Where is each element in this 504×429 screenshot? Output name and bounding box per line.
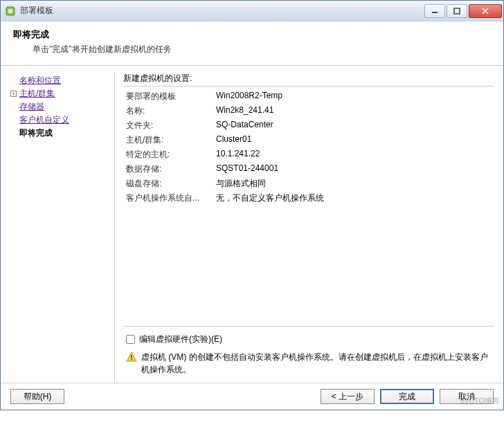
bottom-options: 编辑虚拟硬件(实验)(E) 虚拟机 (VM) 的创建不包括自动安装客户机操作系统… <box>123 326 494 383</box>
wizard-main-panel: 新建虚拟机的设置: 要部署的模板Win2008R2-Temp 名称:Win2k8… <box>114 73 494 383</box>
wizard-body: 名称和位置 + 主机/群集 存储器 客户机自定义 即将完成 新建虚拟机的设置: <box>1 66 503 383</box>
sidebar-item-storage[interactable]: 存储器 <box>10 100 107 113</box>
svg-rect-7 <box>131 355 132 358</box>
edit-hardware-checkbox[interactable] <box>126 335 135 344</box>
titlebar: 部署模板 <box>1 1 503 21</box>
setting-label: 数据存储: <box>123 162 213 176</box>
sidebar-item-guest-customization[interactable]: 客户机自定义 <box>10 113 107 127</box>
setting-value: Cluster01 <box>213 133 494 147</box>
maximize-button[interactable] <box>447 4 467 18</box>
setting-label: 要部署的模板 <box>123 89 213 104</box>
svg-rect-1 <box>8 9 12 13</box>
wizard-footer: 帮助(H) < 上一步 完成 取消 <box>1 383 503 410</box>
app-icon <box>5 6 16 17</box>
wizard-step-subtitle: 单击"完成"将开始创建新虚拟机的任务 <box>33 44 491 55</box>
svg-rect-8 <box>131 359 132 360</box>
settings-table: 要部署的模板Win2008R2-Temp 名称:Win2k8_241.41 文件… <box>123 89 494 206</box>
setting-value: Win2k8_241.41 <box>213 104 494 118</box>
table-row: 客户机操作系统自...无，不自定义客户机操作系统 <box>123 191 494 206</box>
table-row: 名称:Win2k8_241.41 <box>123 104 494 118</box>
sidebar-link[interactable]: 客户机自定义 <box>19 114 69 126</box>
window-controls <box>423 4 502 18</box>
setting-value: SQ-DataCenter <box>213 118 494 133</box>
table-row: 数据存储:SQST01-244001 <box>123 162 494 176</box>
finish-button[interactable]: 完成 <box>380 389 434 404</box>
table-row: 主机/群集:Cluster01 <box>123 133 494 147</box>
sidebar-link[interactable]: 主机/群集 <box>19 88 55 100</box>
setting-label: 主机/群集: <box>123 133 213 147</box>
warning-text: 虚拟机 (VM) 的创建不包括自动安装客户机操作系统。请在创建虚拟机后，在虚拟机… <box>141 351 491 376</box>
setting-label: 客户机操作系统自... <box>123 191 213 206</box>
cancel-button[interactable]: 取消 <box>440 389 494 404</box>
sidebar-link[interactable]: 名称和位置 <box>19 75 61 86</box>
edit-hardware-label[interactable]: 编辑虚拟硬件(实验)(E) <box>139 334 222 345</box>
settings-heading: 新建虚拟机的设置: <box>123 73 494 86</box>
setting-label: 文件夹: <box>123 118 213 133</box>
setting-value: Win2008R2-Temp <box>213 89 494 104</box>
wizard-steps-sidebar: 名称和位置 + 主机/群集 存储器 客户机自定义 即将完成 <box>10 73 107 383</box>
table-row: 磁盘存储:与源格式相同 <box>123 176 494 191</box>
wizard-header: 即将完成 单击"完成"将开始创建新虚拟机的任务 <box>1 21 503 66</box>
back-button[interactable]: < 上一步 <box>321 389 375 404</box>
sidebar-item-ready-to-complete: 即将完成 <box>10 127 107 140</box>
sidebar-current-label: 即将完成 <box>19 127 53 139</box>
minimize-button[interactable] <box>424 4 445 18</box>
help-button[interactable]: 帮助(H) <box>10 389 64 404</box>
window-title: 部署模板 <box>20 5 423 17</box>
table-row: 特定的主机:10.1.241.22 <box>123 147 494 162</box>
warning-icon <box>126 352 137 366</box>
warning-message: 虚拟机 (VM) 的创建不包括自动安装客户机操作系统。请在创建虚拟机后，在虚拟机… <box>126 351 491 376</box>
deploy-template-window: 部署模板 即将完成 单击"完成"将开始创建新虚拟机的任务 名称和位置 + 主机/ <box>0 0 504 410</box>
table-row: 文件夹:SQ-DataCenter <box>123 118 494 133</box>
edit-hardware-row: 编辑虚拟硬件(实验)(E) <box>126 334 491 345</box>
setting-label: 名称: <box>123 104 213 118</box>
svg-rect-3 <box>454 8 460 14</box>
setting-value: SQST01-244001 <box>213 162 494 176</box>
table-row: 要部署的模板Win2008R2-Temp <box>123 89 494 104</box>
setting-value: 无，不自定义客户机操作系统 <box>213 191 494 206</box>
setting-label: 特定的主机: <box>123 147 213 162</box>
setting-label: 磁盘存储: <box>123 176 213 191</box>
wizard-step-title: 即将完成 <box>13 28 491 41</box>
sidebar-item-host-cluster[interactable]: + 主机/群集 <box>10 87 107 100</box>
setting-value: 与源格式相同 <box>213 176 494 191</box>
expand-icon[interactable]: + <box>10 91 17 97</box>
sidebar-item-name-location[interactable]: 名称和位置 <box>10 74 107 87</box>
sidebar-link[interactable]: 存储器 <box>19 101 44 113</box>
close-button[interactable] <box>469 4 502 18</box>
setting-value: 10.1.241.22 <box>213 147 494 162</box>
